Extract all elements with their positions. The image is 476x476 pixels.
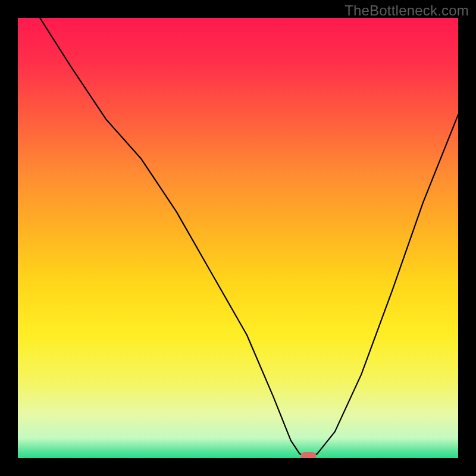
chart-frame: TheBottleneck.com xyxy=(0,0,476,476)
gradient-background xyxy=(18,18,458,458)
chart-svg xyxy=(18,18,458,458)
watermark-text: TheBottleneck.com xyxy=(345,2,469,19)
optimal-marker xyxy=(300,452,316,458)
plot-area xyxy=(18,18,458,458)
